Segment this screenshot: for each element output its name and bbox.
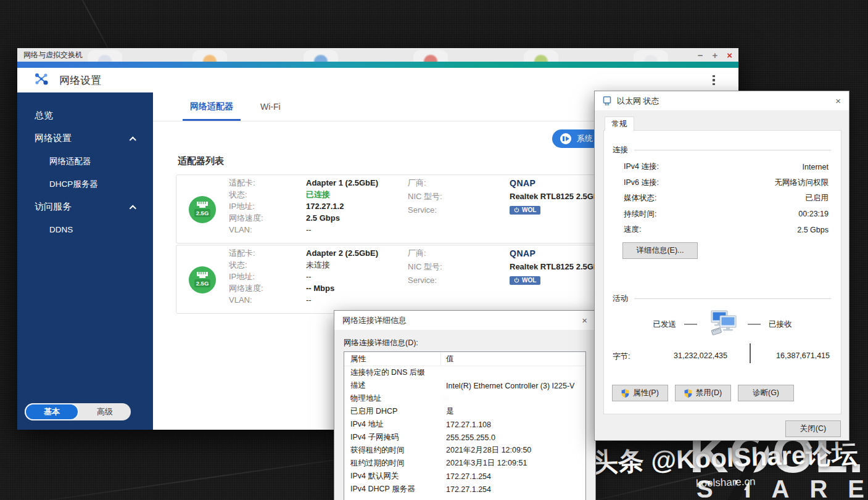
adapter-vendor-labels: 厂商: NIC 型号: Service: <box>408 176 442 217</box>
disable-button-label: 禁用(D) <box>696 388 722 398</box>
background-app-icon <box>524 50 558 62</box>
diagnose-button[interactable]: 诊断(G) <box>738 385 794 401</box>
chevron-up-icon <box>130 205 136 211</box>
adapter-speed: -- Mbps <box>306 282 378 294</box>
table-row[interactable]: 获得租约的时间2021年2月28日 12:09:50 <box>344 444 585 457</box>
watermark: 头条 @KoolShare论坛 koolshare.cn <box>592 436 859 494</box>
tab-network-adapter[interactable]: 网络适配器 <box>176 92 247 121</box>
properties-button[interactable]: 属性(P) <box>612 385 668 401</box>
adapter-status: 已连接 <box>306 189 378 200</box>
status-row: 速度:2.5 Gbps <box>624 222 829 238</box>
adapter-vendor-labels: 厂商: NIC 型号: Service: <box>408 247 442 287</box>
general-tab-panel: 连接 IPv4 连接:Internet IPv6 连接:无网络访问权限 媒体状态… <box>603 130 841 414</box>
dialog-title: 以太网 状态 <box>617 96 659 107</box>
maximize-button[interactable]: + <box>712 51 717 60</box>
activity-row: 已发送 <box>604 308 841 340</box>
sidebar-item-network-settings[interactable]: 网络设置 <box>17 127 153 150</box>
tab-wifi[interactable]: Wi-Fi <box>247 92 294 121</box>
table-row[interactable]: 描述Intel(R) Ethernet Controller (3) I225-… <box>344 379 585 392</box>
qnap-logo: QNAP <box>510 247 598 260</box>
column-value[interactable]: 值 <box>441 354 454 364</box>
status-row: 媒体状态:已启用 <box>624 191 829 207</box>
adapter-field-values: Adapter 2 (2.5GbE) 未连接 -- -- Mbps -- <box>306 247 378 306</box>
sidebar-item-label: DDNS <box>49 225 73 234</box>
adapter-field-values: Adapter 1 (2.5GbE) 已连接 172.27.1.2 2.5 Gb… <box>306 177 378 236</box>
sidebar-item-dhcp-server[interactable]: DHCP服务器 <box>17 173 153 195</box>
details-listview[interactable]: 属性 值 连接特定的 DNS 后缀 描述Intel(R) Ethernet Co… <box>344 351 586 500</box>
bytes-label: 字节: <box>613 351 630 362</box>
listview-header: 属性 值 <box>344 352 585 366</box>
sidebar-item-label: 访问服务 <box>35 201 72 213</box>
power-icon <box>514 277 519 283</box>
minimize-button[interactable]: − <box>698 51 703 60</box>
table-row[interactable]: 连接特定的 DNS 后缀 <box>344 366 585 379</box>
table-row[interactable]: IPv4 默认网关172.27.1.254 <box>344 470 585 483</box>
connection-rows: IPv4 连接:Internet IPv6 连接:无网络访问权限 媒体状态:已启… <box>624 159 829 238</box>
nic-badge-text: 2.5G <box>196 280 209 287</box>
sent-bytes: 31,232,022,435 <box>652 351 727 360</box>
chevron-up-icon <box>130 136 136 143</box>
adapter-field-labels: 适配卡: 状态: IP地址: 网络速度: VLAN: <box>229 177 263 236</box>
table-row[interactable]: 物理地址 <box>344 392 585 405</box>
mode-toggle: 基本 高级 <box>25 403 131 420</box>
properties-button-label: 属性(P) <box>633 388 659 398</box>
sidebar-item-label: DHCP服务器 <box>49 179 98 190</box>
group-title: 连接 <box>613 145 628 155</box>
close-icon[interactable]: × <box>582 315 587 326</box>
mode-advanced-button[interactable]: 高级 <box>79 403 131 420</box>
close-icon[interactable]: × <box>835 96 841 106</box>
background-app-icon <box>413 50 448 62</box>
adapter-name: Adapter 1 (2.5GbE) <box>306 177 378 189</box>
status-row: IPv4 连接:Internet <box>624 159 829 175</box>
connection-group: 连接 <box>613 145 831 155</box>
sidebar: 总览 网络设置 网络适配器 DHCP服务器 访问服务 DDNS 基本 高级 <box>17 92 153 430</box>
window-title: 网络与虚拟交换机 <box>23 50 83 60</box>
link-dash <box>748 324 761 325</box>
table-row[interactable]: 租约过期的时间2021年3月1日 12:09:51 <box>344 457 585 470</box>
column-property[interactable]: 属性 <box>344 352 441 366</box>
more-menu-icon[interactable] <box>709 73 719 88</box>
gateway-icon <box>560 133 571 144</box>
sent-label: 已发送 <box>653 319 677 330</box>
background-app-icon <box>192 50 227 62</box>
window-titlebar[interactable]: 网络与虚拟交换机 − + × <box>17 48 738 62</box>
tab-general[interactable]: 常规 <box>605 117 634 131</box>
sidebar-item-overview[interactable]: 总览 <box>17 104 153 127</box>
page-title: 网络设置 <box>59 73 101 88</box>
adapter-ip: -- <box>306 271 378 282</box>
sidebar-item-ddns[interactable]: DDNS <box>17 218 153 241</box>
table-row[interactable]: IPv4 DHCP 服务器172.27.1.254 <box>344 483 585 496</box>
nic-badge-text: 2.5G <box>196 210 209 216</box>
desktop: KOOL. SHARE 头条 @KoolShare论坛 koolshare.cn… <box>0 0 868 500</box>
close-dialog-button[interactable]: 关闭(C) <box>785 420 841 437</box>
table-row[interactable]: IPv4 子网掩码255.255.255.0 <box>344 431 585 444</box>
activity-group: 活动 <box>613 293 831 304</box>
dialog-titlebar[interactable]: 以太网 状态 × <box>595 91 849 110</box>
ethernet-status-dialog: 以太网 状态 × 常规 连接 IPv4 连接:Internet IPv6 连接:… <box>594 91 849 441</box>
background-app-icon <box>634 50 668 62</box>
nic-2-5g-icon: 2.5G <box>189 266 216 296</box>
details-button[interactable]: 详细信息(E)... <box>622 242 698 259</box>
status-row: IPv6 连接:无网络访问权限 <box>624 175 829 191</box>
adapter-field-labels: 适配卡: 状态: IP地址: 网络速度: VLAN: <box>229 247 263 306</box>
table-row[interactable]: IPv4 地址172.27.1.108 <box>344 418 585 431</box>
nic-model: Realtek RTL8125 2.5Gb <box>510 260 598 274</box>
table-row[interactable]: 已启用 DHCP是 <box>344 405 585 418</box>
nic-model: Realtek RTL8125 2.5Gb <box>510 190 598 203</box>
sidebar-item-network-adapter[interactable]: 网络适配器 <box>17 150 153 173</box>
adapter-vlan: -- <box>306 224 378 236</box>
sidebar-item-label: 总览 <box>35 110 53 121</box>
uac-shield-icon <box>684 389 692 398</box>
qnap-logo: QNAP <box>510 176 598 190</box>
adapter-vendor-values: QNAP Realtek RTL8125 2.5Gb WOL <box>510 247 598 287</box>
disable-button[interactable]: 禁用(D) <box>675 385 731 401</box>
app-header: 网络设置 <box>17 68 738 92</box>
link-dash <box>684 324 697 325</box>
dialog-titlebar[interactable]: 网络连接详细信息 × <box>334 311 595 330</box>
ethernet-port-icon <box>603 96 611 106</box>
sidebar-item-label: 网络设置 <box>35 133 72 144</box>
gateway-button-label: 系统 <box>577 133 593 144</box>
sidebar-item-access-services[interactable]: 访问服务 <box>17 195 153 218</box>
close-button[interactable]: × <box>727 51 732 60</box>
mode-basic-button[interactable]: 基本 <box>25 403 79 420</box>
